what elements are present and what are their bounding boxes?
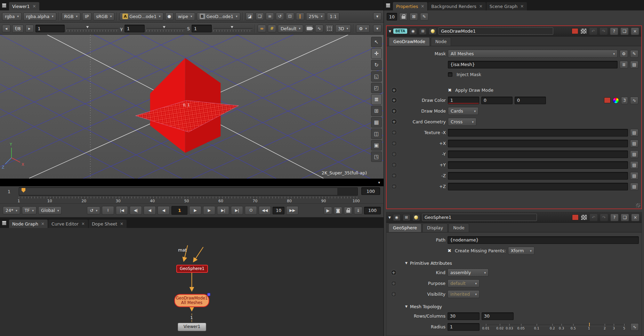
edit-panels-button[interactable]: ✎ [420,13,428,21]
next-stop-button[interactable]: ▸ [25,25,34,32]
prev-keyframe-button[interactable]: ◀| [130,206,142,215]
file-browse-button[interactable]: ▤ [630,129,638,137]
close-icon[interactable]: × [32,4,36,9]
viewer-settings-dropdown[interactable]: ⚙ [356,25,370,33]
redo-button[interactable]: ↷ [599,27,608,35]
out-point-button[interactable]: O [245,206,257,215]
bypass-button[interactable] [429,28,436,35]
focus-node-button[interactable]: ◉ [393,214,401,221]
help-button[interactable]: ? [610,214,619,221]
color-wheel-icon[interactable] [613,97,619,104]
gamma-slider[interactable] [146,26,185,32]
last-frame-button[interactable]: ▶| [231,206,243,215]
split-wipe-button[interactable]: ◪ [245,13,254,20]
texture-neg-x-input[interactable] [448,129,628,137]
file-browse-button[interactable]: ▤ [630,183,638,190]
texture-pos-x-input[interactable] [448,140,628,147]
redo-button[interactable]: ↷ [600,214,608,221]
close-panel-button[interactable]: × [631,214,639,221]
close-icon[interactable]: × [41,221,45,226]
close-icon[interactable]: × [479,4,483,9]
texture-mode-button[interactable]: ◫ [371,129,382,139]
node-geodrawmode1[interactable]: GeoDrawMode1 All Meshes [174,294,209,307]
strip-caret-button[interactable]: ▾ [378,180,380,185]
tab-node[interactable]: Node [449,223,469,232]
tab-geodrawmode[interactable]: GeoDrawMode [389,37,430,46]
columns-input[interactable] [482,312,514,320]
curve-overlay-button[interactable]: ∿ [315,25,323,32]
swap-ab-button[interactable]: ● [165,13,174,20]
stack-button[interactable]: ❏ [256,13,264,20]
select-tool-button[interactable]: ↖ [371,37,382,47]
gain-input[interactable] [35,25,65,32]
viewer-process-dropdown[interactable]: sRGB [93,13,114,21]
snapshot-button[interactable]: ◳ [371,151,382,162]
refresh-button[interactable]: ↺ [276,13,284,20]
wipe-dropdown[interactable]: wipe [175,13,195,21]
node-color-swatch[interactable] [572,28,578,34]
flipbook-button[interactable]: ▶ [324,207,332,214]
marquee-button[interactable] [325,25,333,32]
mesh-topology-section[interactable]: ▼ Mesh Topology [405,303,639,310]
file-browse-button[interactable]: ▤ [630,140,638,147]
path-input[interactable] [448,236,639,244]
collapse-toggle[interactable]: ▼ [389,30,391,33]
fps-dropdown[interactable]: 24* [3,206,20,214]
file-browse-button[interactable]: ▤ [630,150,638,158]
gain-slider[interactable] [66,26,119,32]
shaded-mode-button[interactable]: ▦ [371,117,382,128]
mask-settings-button[interactable]: ⚙ [620,50,628,58]
node-name-input[interactable] [422,214,537,221]
create-missing-parents-checkbox[interactable]: ✖ [448,248,451,253]
tab-node[interactable]: Node [431,37,451,46]
channels-dropdown[interactable]: RGB [62,13,80,21]
draw-color-swatch[interactable] [604,97,611,103]
view-mode-dropdown[interactable]: 3D [335,25,351,33]
pane-icon[interactable] [2,3,6,8]
animation-menu-icon[interactable]: + [391,108,397,114]
menu-button[interactable]: ≡ [266,13,274,20]
region-button[interactable]: ◙ [334,207,342,214]
animation-menu-icon[interactable]: + [391,183,397,189]
tab-geosphere[interactable]: GeoSphere [388,223,421,232]
mask-edit-button[interactable]: ✎ [630,50,638,58]
tab-display[interactable]: Display [422,223,448,232]
proxy-ratio-button[interactable]: 1:1 [327,13,339,21]
file-browse-button[interactable]: ▤ [630,172,638,180]
animation-menu-icon[interactable]: + [391,162,397,168]
viewport-3d[interactable]: 0, 1 Y Z X 2K_Super_35(full-ap) ↖ ✛ ↻ ◱ … [0,35,384,179]
texture-neg-z-input[interactable] [448,172,628,180]
prev-stop-button[interactable]: ◂ [2,25,10,32]
node-graph[interactable]: 1 mat GeoSphere1 GeoDrawMode1 All Meshes… [0,228,384,336]
timeline-ruler[interactable]: 1 10 20 30 40 50 60 70 80 90 100 [19,197,358,203]
draw-mode-dropdown[interactable]: Cards [448,107,478,115]
tab-properties[interactable]: Properties × [393,2,427,10]
texture-pos-y-input[interactable] [448,161,628,169]
bypass-button[interactable] [412,214,420,221]
play-backward-button[interactable]: ◀ [158,206,170,215]
animation-menu-icon[interactable]: + [391,97,397,103]
radius-input[interactable] [448,323,480,331]
float-panel-button[interactable]: ❏ [621,214,629,221]
scale-tool-button[interactable]: ◱ [371,71,382,82]
timeline-end-input[interactable] [361,187,380,195]
jump-back-button[interactable]: ◀◀ [259,206,271,215]
gl-color-swatch[interactable] [580,28,587,34]
close-icon[interactable]: × [520,4,524,9]
radius-slider[interactable]: 0.01 0.02 0.03 0.05 0.1 0.2 0.3 0.5 1 2 … [484,322,626,332]
step-back-button[interactable]: ◀ [144,206,156,215]
lock-view-button[interactable]: ▣ [371,140,382,150]
timeline-track[interactable] [19,187,358,196]
frame-range-dropdown[interactable]: Global [38,206,62,214]
create-missing-parents-dropdown[interactable]: Xform [508,247,534,255]
tab-scene-graph[interactable]: Scene Graph × [486,2,527,10]
kind-dropdown[interactable]: assembly [448,269,489,277]
draw-color-b-input[interactable] [515,97,546,104]
play-button[interactable]: ▶ [189,206,201,215]
rotate-tool-button[interactable]: ↻ [371,60,382,70]
undo-button[interactable]: ↶ [589,214,598,221]
jump-forward-button[interactable]: ▶▶ [286,206,298,215]
layer-dropdown[interactable]: rgba [2,13,22,21]
animation-menu-icon[interactable]: + [391,291,397,297]
lut-dropdown[interactable]: Default [278,25,303,33]
